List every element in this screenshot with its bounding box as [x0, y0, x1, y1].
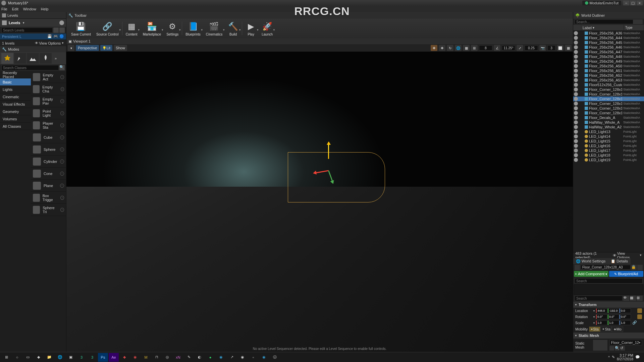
place-item[interactable]: Empty Pavi — [31, 95, 66, 107]
taskbar-steam[interactable]: ◉ — [237, 353, 248, 362]
menu-file[interactable]: File — [1, 7, 7, 11]
add-component-button[interactable]: + Add Component ▾ — [574, 271, 608, 277]
taskbar-app-9[interactable]: xN — [173, 353, 183, 362]
transform-translate[interactable]: ✥ — [439, 45, 445, 51]
surface-snap[interactable]: ▦ — [463, 45, 470, 51]
mobility-static[interactable]: ● Sta — [589, 326, 600, 332]
outliner-row[interactable]: Floor_Corner_128x128StaticMeshA — [573, 97, 644, 101]
outliner-row[interactable]: Floor_256x256_A48StaticMeshA — [573, 54, 644, 59]
outliner-row[interactable]: Floor_256x256_A50StaticMeshA — [573, 64, 644, 68]
outliner-row[interactable]: Floor_Corner_128x128StaticMeshA — [573, 111, 644, 115]
viewport-show[interactable]: Show — [114, 45, 127, 51]
taskbar-app-12[interactable]: ◉ — [216, 353, 226, 362]
outliner-row[interactable]: Floor_Decals_AStaticMeshA — [573, 115, 644, 120]
scale-snap[interactable]: ⤢ — [517, 45, 523, 51]
info-icon[interactable]: i — [60, 208, 64, 212]
viewport[interactable]: No active Level Sequencer detected. Plea… — [66, 52, 573, 352]
toolbar-marketplace[interactable]: 🏪Marketplace▼ — [140, 20, 164, 37]
outliner-row[interactable]: Floor_256x256_A53StaticMeshA — [573, 78, 644, 82]
place-item[interactable]: Empty Chai — [31, 83, 66, 95]
viewport-tab[interactable]: ▣Viewport 1 — [66, 38, 573, 44]
place-item[interactable]: Cylinderi — [31, 156, 66, 168]
component-search-input[interactable] — [575, 278, 643, 284]
scale-size[interactable] — [525, 45, 538, 51]
mode-paint[interactable] — [14, 53, 26, 64]
category-item[interactable]: Basic — [0, 78, 31, 86]
toolbar-launch[interactable]: 🚀Launch▼ — [259, 20, 275, 37]
viewport-layout[interactable]: ▦ — [565, 45, 572, 51]
toolbar-play[interactable]: ▶Play▼ — [243, 20, 259, 37]
visibility-icon[interactable] — [574, 36, 578, 40]
search-icon[interactable] — [53, 27, 59, 33]
outliner-row[interactable]: LED_Light16PointLight — [573, 143, 644, 148]
info-icon[interactable]: i — [60, 184, 64, 188]
levels-dropdown[interactable]: Levels ▼ — [0, 19, 66, 27]
viewport-lit[interactable]: 💡Lit — [100, 45, 112, 51]
category-item[interactable]: Recently Placed — [0, 71, 31, 78]
visibility-icon[interactable] — [574, 92, 578, 96]
outliner-row[interactable]: Floor_256x256_A45StaticMeshA — [573, 40, 644, 45]
outliner-row[interactable]: Floor_256x256_A47StaticMeshA — [573, 50, 644, 54]
outliner-row[interactable]: Floor_Corner_128x128StaticMeshA — [573, 101, 644, 106]
place-item[interactable]: Box Triggei — [31, 192, 66, 204]
search-button[interactable]: ○ — [12, 353, 22, 362]
visibility-icon[interactable] — [574, 148, 578, 153]
taskbar-app-15[interactable]: ◉ — [259, 353, 269, 362]
visibility-icon[interactable] — [574, 64, 578, 68]
details-tab[interactable]: 📋Details — [608, 258, 631, 264]
taskbar-clock[interactable]: 3:17 PM 8/27/2018 — [617, 354, 633, 361]
taskbar-app-14[interactable]: ▫ — [248, 353, 258, 362]
tray-pen-icon[interactable]: ✎ — [612, 355, 615, 359]
taskbar-spotify[interactable]: ● — [205, 353, 215, 362]
levels-tab[interactable]: Levels — [0, 12, 66, 19]
location-y[interactable] — [608, 308, 619, 313]
tray-notifications[interactable]: 💬 — [635, 355, 640, 359]
visibility-icon[interactable] — [574, 153, 578, 157]
mode-landscape[interactable] — [27, 53, 39, 64]
info-icon[interactable]: i — [60, 123, 64, 127]
details-expand-icon[interactable]: ⊞ — [637, 296, 643, 301]
scale-x[interactable] — [596, 320, 607, 325]
transform-header[interactable]: ▼Transform — [573, 302, 644, 308]
info-icon[interactable]: i — [61, 87, 64, 91]
camera-speed[interactable] — [547, 45, 555, 51]
grid-snap[interactable]: ⊞ — [471, 45, 478, 51]
grid-size[interactable] — [479, 45, 492, 51]
taskbar-app-11[interactable]: ◐ — [195, 353, 205, 362]
actor-name-input[interactable] — [581, 265, 631, 269]
outliner-search-input[interactable] — [575, 19, 633, 24]
taskbar-app-4[interactable]: ◆ — [119, 353, 129, 362]
outliner-row[interactable]: HallWay_Whole_A2StaticMeshA — [573, 125, 644, 129]
taskbar-app-2[interactable]: 📁 — [44, 353, 54, 362]
visibility-icon[interactable] — [574, 106, 578, 110]
search-icon[interactable]: 🔍 — [59, 65, 65, 70]
transform-rotate[interactable]: ↻ — [447, 45, 453, 51]
mode-place[interactable] — [1, 53, 13, 64]
toolbar-blueprints[interactable]: 📘Blueprints▼ — [183, 20, 203, 37]
rotation-z[interactable] — [620, 314, 631, 319]
info-icon[interactable]: i — [60, 172, 64, 176]
visibility-icon[interactable] — [574, 125, 578, 129]
mode-foliage[interactable] — [40, 53, 52, 64]
blueprint-button[interactable]: ✎ Blueprint/Ad — [609, 271, 644, 277]
taskbar-app-7[interactable]: ⊓ — [152, 353, 162, 362]
taskbar-photoshop[interactable]: Ps — [98, 353, 108, 362]
outliner-row[interactable]: LED_Light19PointLight — [573, 158, 644, 162]
maximize-button[interactable]: ▢ — [630, 1, 636, 5]
mesh-browse-icon[interactable]: 🔍 — [615, 346, 620, 351]
mode-more[interactable]: » — [52, 56, 59, 60]
taskbar-3dsmax[interactable]: 3 — [76, 353, 87, 362]
outliner-row[interactable]: HallWay_Whole_AStaticMeshA — [573, 120, 644, 125]
visibility-icon[interactable] — [574, 144, 578, 148]
details-matrix-icon[interactable]: ▦ — [630, 296, 636, 301]
project-badge[interactable]: ModularEnviroTut — [582, 1, 621, 5]
component-tree[interactable] — [574, 284, 643, 295]
taskbar-app-8[interactable]: ◎ — [162, 353, 172, 362]
info-icon[interactable]: i — [60, 75, 64, 79]
rotation-reset[interactable] — [637, 314, 642, 319]
outliner-row[interactable]: Floor_Corner_128x128StaticMeshA — [573, 106, 644, 111]
visibility-icon[interactable] — [574, 102, 578, 106]
add-level-icon[interactable] — [59, 27, 65, 33]
rotation-y[interactable] — [608, 314, 619, 319]
visibility-icon[interactable] — [574, 55, 578, 59]
